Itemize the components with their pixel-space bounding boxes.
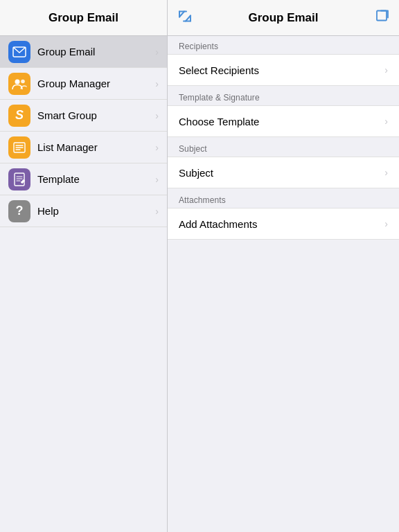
sidebar-item-list-manager[interactable]: List Manager ›	[0, 132, 167, 163]
detail-row-subject[interactable]: Subject ›	[168, 157, 399, 188]
sidebar-label-list-manager: List Manager	[37, 141, 155, 153]
svg-point-7	[21, 79, 25, 83]
smart-group-icon: S	[8, 105, 30, 127]
section-header-subject: Subject	[168, 139, 399, 157]
subject-label: Subject	[179, 167, 384, 179]
section-subject: Subject Subject ›	[168, 139, 399, 188]
chevron-group-email: ›	[155, 46, 159, 57]
chevron-subject: ›	[384, 167, 388, 178]
compose-icon[interactable]	[375, 9, 389, 26]
detail-row-choose-template[interactable]: Choose Template ›	[168, 105, 399, 137]
detail-row-add-attachments[interactable]: Add Attachments ›	[168, 208, 399, 240]
detail-panel: Recipients Select Recipients › Template …	[168, 36, 399, 532]
nav-right-panel: Group Email	[168, 0, 399, 35]
sidebar: Group Email › Group Manager › S Smart Gr…	[0, 36, 168, 532]
group-email-icon	[8, 41, 30, 63]
sidebar-label-help: Help	[37, 205, 155, 217]
sidebar-item-help[interactable]: ? Help ›	[0, 195, 167, 227]
main-content: Group Email › Group Manager › S Smart Gr…	[0, 36, 399, 532]
chevron-list-manager: ›	[155, 142, 159, 153]
group-manager-icon	[8, 73, 30, 95]
section-header-attachments: Attachments	[168, 190, 399, 208]
section-recipients: Recipients Select Recipients ›	[168, 36, 399, 86]
nav-left-title: Group Email	[0, 0, 168, 35]
sidebar-label-smart-group: Smart Group	[37, 109, 155, 121]
chevron-template: ›	[155, 174, 159, 185]
svg-rect-12	[15, 173, 24, 186]
section-header-template-signature: Template & Signature	[168, 87, 399, 105]
svg-rect-4	[377, 10, 387, 20]
sidebar-item-group-manager[interactable]: Group Manager ›	[0, 68, 167, 100]
detail-row-select-recipients[interactable]: Select Recipients ›	[168, 54, 399, 86]
chevron-select-recipients: ›	[384, 64, 388, 76]
svg-point-6	[15, 79, 20, 84]
select-recipients-label: Select Recipients	[179, 64, 384, 76]
sidebar-label-group-manager: Group Manager	[37, 78, 155, 89]
sidebar-item-template[interactable]: Template ›	[0, 163, 167, 195]
section-template-signature: Template & Signature Choose Template ›	[168, 87, 399, 137]
detail-header-title: Group Email	[248, 11, 318, 25]
chevron-group-manager: ›	[155, 78, 159, 89]
section-header-recipients: Recipients	[168, 36, 399, 54]
add-attachments-label: Add Attachments	[179, 218, 384, 230]
chevron-smart-group: ›	[155, 110, 159, 121]
choose-template-label: Choose Template	[179, 116, 384, 127]
sidebar-label-template: Template	[37, 173, 155, 185]
chevron-add-attachments: ›	[384, 218, 388, 229]
sidebar-item-group-email[interactable]: Group Email ›	[0, 36, 167, 68]
section-attachments: Attachments Add Attachments ›	[168, 190, 399, 240]
nav-bar: Group Email Group Email	[0, 0, 399, 36]
sidebar-header-title: Group Email	[48, 11, 118, 25]
list-manager-icon	[8, 136, 30, 159]
sidebar-item-smart-group[interactable]: S Smart Group ›	[0, 100, 167, 132]
template-icon	[8, 168, 30, 190]
sidebar-label-group-email: Group Email	[37, 46, 155, 57]
arrows-icon[interactable]	[177, 8, 193, 27]
chevron-choose-template: ›	[384, 116, 388, 127]
help-icon: ?	[8, 200, 30, 222]
chevron-help: ›	[155, 206, 159, 217]
